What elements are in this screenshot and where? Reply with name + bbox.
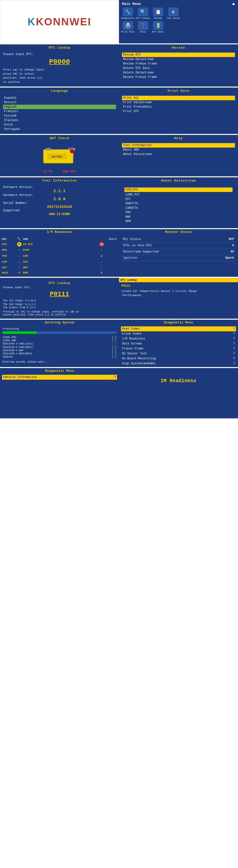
print-dtc[interactable]: Print DTC [122,109,235,114]
menu-item-dtc-lookup[interactable]: 🔍 DTC Lookup [136,7,150,20]
im-col-mil: MIL [2,238,15,241]
dtc-lookup-panel-2: DTC Lookup Please input DTC: P0111 The 1… [0,278,119,319]
review-list: Review DTC Review Datastream Review Free… [122,53,235,80]
diagnostic-menu-bottom-title: Diagnostic Menu [0,368,119,374]
review-item-freeze-frame[interactable]: Review Freeze Frame [122,62,235,66]
tool-info-title: Tool Information [0,178,118,184]
dtc-lookup-body-1: Please input DTC: P0000 Press [▲] to cha… [0,51,118,86]
diag-menu-evap[interactable]: Evap System(mode$8) ? [121,361,236,366]
language-list: Español Deutsch English Français Русский… [3,96,116,131]
dtc-result-title: DTC Lookup [119,278,238,282]
print-freeze[interactable]: Print FreezeData [122,105,235,109]
entering-system-body: Processing J1850 VPW [ ] J1850 PWM [ ] I… [0,326,119,365]
svg-point-4 [70,149,74,153]
review-item-review-dtc[interactable]: Review DTC [122,53,235,57]
menu-item-print-data[interactable]: 🖨️ Print Data [121,21,135,33]
help-about-obd[interactable]: About OBD [122,148,235,152]
diag-menu-on-board[interactable]: On-Board Monitoring ? [121,356,236,361]
im-evap-val: ✗ [95,248,108,252]
lang-print-row: Language Español Deutsch English Françai… [0,88,238,134]
entering-system-title: Entering System [0,320,119,326]
review-item-delete-dtc[interactable]: Delete DTC Data [122,66,235,70]
lang-dutch[interactable]: Dutch [3,123,116,127]
lang-russian[interactable]: Русский [3,114,116,118]
bat-readings: 12.5V ENG:OFF [43,169,76,173]
diag-menu-erase-codes[interactable]: Erase Codes ? [121,331,236,336]
logo-panel: KKONNWEI [0,0,119,43]
im-air-label: AIR [23,254,95,257]
menu-icons-top-row: 🔧 Diagnostic 🔍 DTC Lookup 📋 Review ⚙️ To… [121,7,236,20]
dtc-range-3: The others from 0 to F [3,306,116,309]
tool-info-datastream-row: Tool Information Software Version: 2.1.1… [0,177,238,228]
lang-deutsch[interactable]: Deutsch [3,100,116,105]
review-item-datastream[interactable]: Review Datastream [122,57,235,62]
lang-italiano[interactable]: Italiano [3,118,116,123]
ds-frp[interactable]: FRP [125,210,233,215]
menu-item-help[interactable]: ❓ Help [136,21,150,33]
im-o2s-label: O2S [23,260,95,264]
processing-label: Processing [2,328,116,330]
protocol-iso9141: ISO9141 [ ] [2,355,116,359]
dtc-lookup-title-1: DTC Lookup [0,45,118,51]
print-all[interactable]: Print All [122,96,235,100]
svg-rect-3 [68,148,70,150]
entering-diag-row: Entering System Processing J1850 VPW [ ]… [0,320,238,367]
wrench-icon: 🔧 [17,237,22,240]
print-datastream[interactable]: Print DataStream [122,100,235,105]
dtc-instructions-1: Press [▲] to change input,press [▼] to s… [3,68,116,84]
language-body: Español Deutsch English Français Русский… [0,94,118,133]
im-egr-label: EGR [23,271,95,274]
bat-check-body: BATTERY 12.5V ENG:OFF [0,141,118,176]
im-mis-row: MIS ✓ EVAP ✗ [2,247,117,253]
print-data-body: Print All Print DataStream Print FreezeD… [120,94,238,124]
progress-bar-inner [2,331,37,334]
menu-item-tool-setup[interactable]: ⚙️ Tool Setup [166,7,180,20]
lang-francais[interactable]: Français [3,109,116,114]
dtc-range-1: The 1st range: P,C,B,U [3,299,116,302]
main-menu-panel: Main Menu 🔧 Diagnostic 🔍 DTC Lookup 📋 Re… [119,0,238,43]
ds-rpm[interactable]: RPM [125,219,233,224]
im-pd-dtc-val: 10 [95,242,108,247]
tool-info-body: Software Version: 2.1.1 Hardware Version… [0,184,118,218]
diag-menu-im-readiness[interactable]: I/M Readiness ? [121,336,236,341]
monitor-status-title: Monitor Status [119,229,238,235]
ds-fuelsys[interactable]: FUELSYS [125,187,233,192]
print-data-panel: Print Data Print All Print DataStream Pr… [119,88,238,134]
ds-longftx[interactable]: LONGFTX [125,206,233,210]
diag-menu-read-codes[interactable]: Read Codes ? [121,327,236,331]
review-item-delete-freeze[interactable]: Delete Freeze Frame [122,75,235,80]
battery-image: BATTERY [42,146,77,166]
diag-menu-data-stream[interactable]: Data Stream ? [121,341,236,346]
ds-shrtftx[interactable]: SHRTFTX [125,202,233,206]
ds-ect[interactable]: ECT [125,197,233,202]
dtc-result-description: Intake Air Temperrature Sensor 1 Circuit… [122,289,236,297]
ds-map[interactable]: MAP [125,215,233,219]
diag-menu-o2-sensor[interactable]: O2 Sensor Test ? [121,351,236,356]
dtc-review-row: DTC Lookup Please input DTC: P0000 Press… [0,44,238,87]
menu-item-bat-check[interactable]: 🔋 BAT Check [151,21,165,33]
dtc-lookup-result-row: DTC Lookup Please input DTC: P0111 The 1… [0,278,238,319]
ds-load-pct[interactable]: LOAD_PCT [125,192,233,197]
review-title: Review [120,45,238,51]
menu-item-diagnostic[interactable]: 🔧 Diagnostic [121,7,135,20]
help-icon: ❓ [138,21,148,30]
monitor-row-mil: MIL Status OFF [121,236,236,243]
lang-espanol[interactable]: Español [3,96,116,100]
diag-vehicle-info[interactable]: Vehicle Information ? [2,375,117,380]
diag-menu-freeze-frame[interactable]: Freeze Frame ? [121,346,236,351]
im-col-spark: Spark [108,238,117,241]
monitor-row-ignition: Ignition Spark [121,255,236,261]
dtc-range-2: The 2nd range: 0,1,2,3 [3,303,116,306]
help-tool-info[interactable]: Tool Information [122,143,235,148]
im-hrt-val: ✗ [95,266,108,270]
help-about-datastream[interactable]: About Datastream [122,152,235,156]
review-item-delete-datastream[interactable]: Delete Datastream [122,70,235,75]
lang-portugues[interactable]: Português [3,127,116,131]
help-body: Tool Information About OBD About Datastr… [120,141,238,171]
menu-item-review[interactable]: 📋 Review [151,7,165,20]
lang-english[interactable]: English [3,105,116,109]
menu-icons-bottom-row: 🖨️ Print Data ❓ Help 🔋 BAT Check [121,21,236,33]
dtc-result-code: P0111 [122,284,236,288]
im-ccm-label: CCM [2,260,15,264]
monitor-mil-val: OFF [208,236,236,243]
